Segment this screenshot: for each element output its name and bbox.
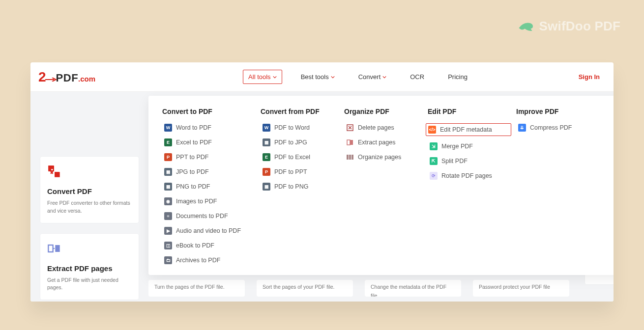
card-rotate-peek[interactable]: Turn the pages of the PDF file. bbox=[148, 280, 245, 297]
item-label: PDF to Excel bbox=[274, 154, 310, 161]
extract-icon bbox=[47, 242, 61, 255]
item-jpg-to-pdf[interactable]: ▦JPG to PDF bbox=[162, 167, 256, 176]
item-organize-pages[interactable]: Organize pages bbox=[344, 153, 423, 162]
item-label: Documents to PDF bbox=[176, 213, 228, 220]
item-label: Audio and video to PDF bbox=[176, 227, 241, 234]
item-pdf-to-ppt[interactable]: PPDF to PPT bbox=[261, 167, 339, 176]
item-label: Word to PDF bbox=[176, 124, 211, 131]
item-label: Merge PDF bbox=[441, 143, 473, 150]
merge-icon: ⇲ bbox=[430, 142, 438, 150]
documents-icon: ≡ bbox=[164, 212, 172, 220]
nav-convert[interactable]: Convert bbox=[353, 70, 392, 83]
item-delete-pages[interactable]: Delete pages bbox=[344, 123, 423, 132]
nav-pricing[interactable]: Pricing bbox=[443, 70, 472, 83]
item-extract-pages[interactable]: Extract pages bbox=[344, 138, 423, 147]
item-documents-to-pdf[interactable]: ≡Documents to PDF bbox=[162, 212, 256, 220]
png-icon: ▦ bbox=[263, 183, 270, 191]
convert-icon bbox=[47, 165, 61, 178]
nav-all-tools[interactable]: All tools bbox=[243, 70, 282, 84]
peek-text: Turn the pages of the PDF file. bbox=[154, 284, 225, 290]
col-title: Convert to PDF bbox=[162, 108, 256, 115]
card-title: Extract PDF pages bbox=[47, 264, 132, 273]
card-meta-peek[interactable]: Change the metadata of the PDF file. bbox=[365, 280, 461, 297]
app-window: 2 PDF .com All tools Best tools Convert … bbox=[30, 62, 614, 302]
col-title: Convert from PDF bbox=[261, 108, 339, 115]
ebook-icon: ◫ bbox=[164, 242, 172, 249]
nav-best-tools[interactable]: Best tools bbox=[296, 70, 340, 83]
main-nav: All tools Best tools Convert OCR Pricing bbox=[243, 70, 472, 84]
logo-com: .com bbox=[78, 75, 95, 83]
images-icon: ◉ bbox=[164, 197, 172, 205]
item-label: PNG to PDF bbox=[176, 183, 210, 190]
col-title: Improve PDF bbox=[516, 108, 585, 115]
sign-in-link[interactable]: Sign In bbox=[579, 73, 600, 81]
item-label: Edit PDF metadata bbox=[440, 126, 492, 133]
logo-arrow-icon bbox=[45, 78, 57, 82]
megamenu-col-convert-to: Convert to PDF WWord to PDF EExcel to PD… bbox=[162, 108, 256, 271]
split-icon: ⇱ bbox=[430, 157, 438, 165]
item-pdf-to-word[interactable]: WPDF to Word bbox=[261, 123, 339, 132]
svg-rect-6 bbox=[347, 140, 350, 145]
item-label: PPT to PDF bbox=[176, 154, 208, 161]
item-av-to-pdf[interactable]: ▶Audio and video to PDF bbox=[162, 226, 256, 235]
item-archives-to-pdf[interactable]: 🗀Archives to PDF bbox=[162, 256, 256, 265]
item-label: JPG to PDF bbox=[176, 168, 209, 175]
item-label: eBook to PDF bbox=[176, 242, 214, 249]
item-pdf-to-excel[interactable]: EPDF to Excel bbox=[261, 153, 339, 162]
item-merge-pdf[interactable]: ⇲Merge PDF bbox=[428, 142, 511, 151]
topbar: 2 PDF .com All tools Best tools Convert … bbox=[30, 62, 614, 92]
ppt-icon: P bbox=[263, 168, 270, 176]
all-tools-megamenu: Convert to PDF WWord to PDF EExcel to PD… bbox=[148, 96, 614, 275]
svg-rect-10 bbox=[351, 155, 353, 160]
nav-all-tools-label: All tools bbox=[248, 73, 271, 81]
item-pdf-to-png[interactable]: ▦PDF to PNG bbox=[261, 182, 339, 191]
chevron-down-icon bbox=[331, 75, 335, 79]
item-ppt-to-pdf[interactable]: PPPT to PDF bbox=[162, 153, 256, 162]
card-desc: Free PDF converter to other formats and … bbox=[47, 199, 132, 215]
item-split-pdf[interactable]: ⇱Split PDF bbox=[428, 157, 511, 165]
item-pdf-to-jpg[interactable]: ▦PDF to JPG bbox=[261, 138, 339, 147]
item-label: PDF to Word bbox=[274, 124, 310, 131]
item-label: Split PDF bbox=[441, 158, 468, 165]
card-sort-peek[interactable]: Sort the pages of your PDF file. bbox=[257, 280, 353, 297]
peek-text: Change the metadata of the PDF file. bbox=[371, 284, 446, 297]
jpg-icon: ▦ bbox=[263, 138, 270, 146]
card-convert-pdf[interactable]: Convert PDF Free PDF converter to other … bbox=[40, 157, 139, 223]
card-desc: Get a PDF file with just needed pages. bbox=[47, 276, 132, 292]
item-label: Rotate PDF pages bbox=[441, 172, 492, 179]
item-images-to-pdf[interactable]: ◉Images to PDF bbox=[162, 197, 256, 206]
item-edit-metadata[interactable]: </>Edit PDF metadata bbox=[426, 123, 511, 136]
item-ebook-to-pdf[interactable]: ◫eBook to PDF bbox=[162, 241, 256, 250]
col-title: Edit PDF bbox=[428, 108, 511, 115]
megamenu-col-organize: Organize PDF Delete pages Extract pages … bbox=[344, 108, 423, 271]
site-logo[interactable]: 2 PDF .com bbox=[38, 69, 95, 85]
swifdoo-text: SwifDoo PDF bbox=[539, 19, 620, 34]
card-extract-pages[interactable]: Extract PDF pages Get a PDF file with ju… bbox=[40, 234, 139, 300]
item-compress-pdf[interactable]: ⇊Compress PDF bbox=[516, 123, 585, 132]
item-label: Extract pages bbox=[358, 139, 395, 146]
rotate-icon: ⟳ bbox=[430, 172, 438, 180]
chevron-down-icon bbox=[273, 75, 277, 79]
megamenu-col-convert-from: Convert from PDF WPDF to Word ▦PDF to JP… bbox=[261, 108, 339, 271]
item-png-to-pdf[interactable]: ▦PNG to PDF bbox=[162, 182, 256, 191]
svg-rect-2 bbox=[48, 245, 53, 252]
jpg-icon: ▦ bbox=[164, 168, 172, 176]
word-icon: W bbox=[263, 124, 270, 132]
item-excel-to-pdf[interactable]: EExcel to PDF bbox=[162, 138, 256, 147]
item-label: Compress PDF bbox=[530, 124, 572, 131]
item-word-to-pdf[interactable]: WWord to PDF bbox=[162, 123, 256, 132]
excel-icon: E bbox=[263, 153, 270, 161]
metadata-icon: </> bbox=[428, 126, 436, 134]
nav-best-tools-label: Best tools bbox=[301, 73, 329, 81]
item-rotate-pages[interactable]: ⟳Rotate PDF pages bbox=[428, 171, 511, 180]
svg-rect-7 bbox=[350, 140, 353, 145]
svg-rect-1 bbox=[55, 172, 59, 176]
archive-icon: 🗀 bbox=[164, 256, 172, 264]
item-label: Images to PDF bbox=[176, 198, 217, 205]
card-protect-peek[interactable]: Password protect your PDF file bbox=[473, 280, 569, 297]
cards-left-column: Convert PDF Free PDF converter to other … bbox=[40, 157, 139, 300]
col-title: Organize PDF bbox=[344, 108, 423, 115]
nav-ocr[interactable]: OCR bbox=[405, 70, 429, 83]
swifdoo-logo-icon bbox=[517, 20, 534, 33]
audio-video-icon: ▶ bbox=[164, 227, 172, 235]
